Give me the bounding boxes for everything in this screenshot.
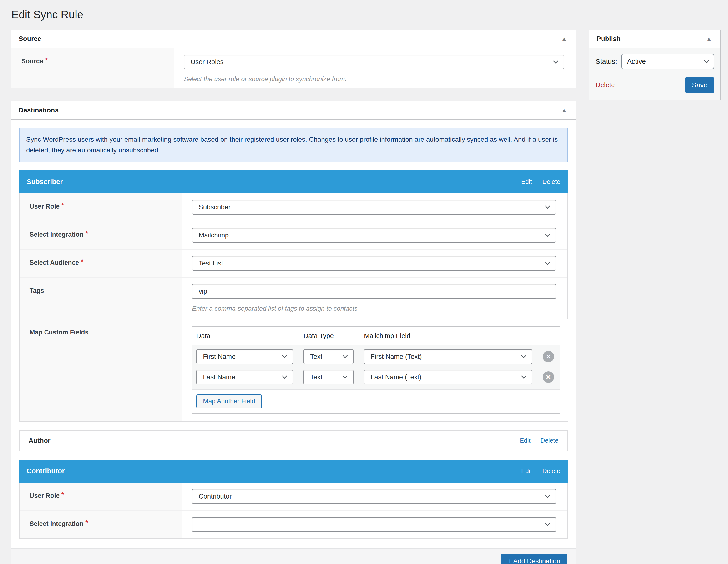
audience-select[interactable]: Test List	[192, 256, 556, 271]
publish-actions: Delete Save	[596, 77, 714, 93]
destinations-footer: + Add Destination	[11, 548, 576, 564]
chevron-down-icon	[545, 493, 550, 498]
user-role-label: User Role*	[20, 193, 182, 221]
destinations-panel-title: Destinations	[19, 106, 59, 114]
x-icon: ✕	[546, 353, 551, 360]
integration-row: Select Integration* ——	[20, 510, 567, 538]
map-fields-table-body: First Name Text	[192, 345, 560, 389]
destination-name: Author	[29, 437, 51, 444]
chevron-down-icon	[521, 373, 526, 378]
status-row: Status: Active	[596, 54, 714, 69]
chevron-down-icon	[545, 521, 550, 526]
map-fields-table: Data Data Type Mailchimp Field First Nam…	[192, 326, 560, 413]
chevron-down-icon	[545, 232, 550, 237]
source-panel-title: Source	[19, 35, 41, 43]
source-panel-header: Source ▲	[11, 30, 576, 48]
contributor-delete-link[interactable]: Delete	[542, 467, 560, 475]
required-asterisk: *	[81, 258, 84, 265]
source-field-label: Source*	[11, 48, 174, 88]
destination-name: Contributor	[27, 467, 65, 475]
map-custom-fields-label: Map Custom Fields	[20, 319, 182, 421]
destinations-panel: Destinations ▲ Sync WordPress users with…	[11, 101, 576, 564]
chevron-down-icon	[545, 260, 550, 265]
page-title: Edit Sync Rule	[11, 8, 721, 21]
remove-mapping-button[interactable]: ✕	[543, 351, 554, 362]
required-asterisk: *	[45, 57, 48, 64]
tags-input[interactable]	[192, 284, 556, 299]
destination-section-subscriber: Subscriber Edit Delete User Role*	[19, 171, 568, 422]
tags-row: Tags Enter a comma-separated list of tag…	[20, 277, 567, 319]
chevron-down-icon	[343, 373, 348, 378]
map-fields-table-header: Data Data Type Mailchimp Field	[192, 327, 560, 345]
source-select[interactable]: User Roles	[184, 55, 564, 69]
user-role-select[interactable]: Contributor	[192, 489, 556, 504]
chevron-down-icon	[521, 353, 526, 358]
required-asterisk: *	[86, 230, 88, 237]
add-destination-button[interactable]: + Add Destination	[501, 554, 567, 564]
page-wrap: Edit Sync Rule Source ▲ Source* User Rol…	[0, 0, 728, 564]
publish-panel: Publish ▲ Status: Active Delete Save	[589, 30, 721, 100]
source-help-text: Select the user role or source plugin to…	[184, 76, 564, 83]
user-role-select[interactable]: Subscriber	[192, 200, 556, 215]
contributor-header-bar: Contributor Edit Delete	[19, 460, 568, 483]
mailchimp-field-select[interactable]: Last Name (Text)	[364, 370, 532, 384]
audience-row: Select Audience* Test List	[20, 249, 567, 277]
user-role-row: User Role* Contributor	[20, 483, 567, 510]
source-field-content: User Roles Select the user role or sourc…	[174, 48, 576, 88]
author-delete-link[interactable]: Delete	[541, 437, 558, 444]
column-header-mailchimp-field: Mailchimp Field	[364, 332, 560, 340]
map-field-row: Last Name Text	[196, 370, 554, 384]
collapse-toggle-icon[interactable]: ▲	[705, 35, 713, 43]
subscriber-delete-link[interactable]: Delete	[542, 178, 560, 186]
contributor-edit-link[interactable]: Edit	[521, 467, 532, 475]
destinations-info-notice: Sync WordPress users with your email mar…	[19, 128, 568, 162]
chevron-down-icon	[282, 373, 287, 378]
publish-panel-title: Publish	[597, 35, 621, 43]
tags-label: Tags	[20, 278, 182, 319]
destinations-panel-header: Destinations ▲	[11, 101, 576, 120]
chevron-down-icon	[704, 58, 709, 63]
data-select[interactable]: First Name	[196, 349, 293, 364]
data-type-select[interactable]: Text	[303, 370, 354, 384]
author-edit-link[interactable]: Edit	[520, 437, 531, 444]
map-another-field-button[interactable]: Map Another Field	[196, 394, 262, 408]
status-select[interactable]: Active	[621, 54, 714, 69]
tags-help-text: Enter a comma-separated list of tags to …	[192, 305, 556, 312]
integration-label: Select Integration*	[20, 222, 182, 249]
delete-rule-link[interactable]: Delete	[596, 81, 615, 89]
required-asterisk: *	[61, 202, 64, 209]
source-panel: Source ▲ Source* User Roles Select the u…	[11, 30, 576, 88]
save-button[interactable]: Save	[685, 77, 714, 93]
main-column: Source ▲ Source* User Roles Select the u…	[11, 30, 576, 564]
integration-label: Select Integration*	[20, 511, 182, 538]
column-header-data-type: Data Type	[303, 332, 364, 340]
required-asterisk: *	[61, 491, 64, 498]
map-field-row: First Name Text	[196, 349, 554, 364]
integration-row: Select Integration* Mailchimp	[20, 221, 567, 249]
source-row: Source* User Roles Select the user role …	[11, 48, 576, 88]
publish-body: Status: Active Delete Save	[589, 48, 720, 100]
chevron-down-icon	[553, 58, 558, 63]
collapse-toggle-icon[interactable]: ▲	[560, 106, 568, 115]
required-asterisk: *	[86, 519, 88, 526]
data-type-select[interactable]: Text	[303, 349, 354, 364]
integration-select[interactable]: ——	[192, 517, 556, 532]
map-custom-fields-row: Map Custom Fields Data Data Type Mailchi…	[20, 319, 567, 421]
side-column: Publish ▲ Status: Active Delete Save	[589, 30, 721, 100]
chevron-down-icon	[545, 204, 550, 209]
publish-panel-header: Publish ▲	[589, 30, 720, 48]
destination-section-author: Author Edit Delete	[19, 430, 568, 451]
chevron-down-icon	[343, 353, 348, 358]
subscriber-header-bar: Subscriber Edit Delete	[19, 171, 568, 193]
subscriber-edit-link[interactable]: Edit	[521, 178, 532, 186]
destination-name: Subscriber	[27, 178, 63, 186]
map-fields-table-footer: Map Another Field	[192, 389, 560, 413]
user-role-row: User Role* Subscriber	[20, 193, 567, 221]
x-icon: ✕	[546, 374, 551, 380]
collapse-toggle-icon[interactable]: ▲	[560, 35, 568, 43]
data-select[interactable]: Last Name	[196, 370, 293, 384]
remove-mapping-button[interactable]: ✕	[543, 371, 554, 383]
mailchimp-field-select[interactable]: First Name (Text)	[364, 349, 532, 364]
column-header-data: Data	[196, 332, 303, 340]
integration-select[interactable]: Mailchimp	[192, 228, 556, 243]
